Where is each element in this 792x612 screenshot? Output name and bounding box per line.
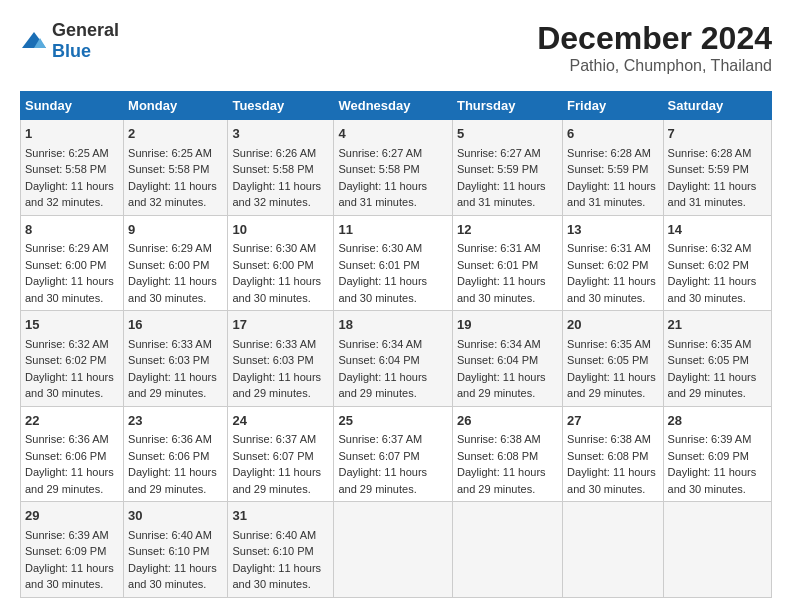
sunrise-label: Sunrise: 6:39 AM	[668, 433, 752, 445]
day-number: 6	[567, 124, 658, 144]
week-row-2: 8Sunrise: 6:29 AMSunset: 6:00 PMDaylight…	[21, 215, 772, 311]
calendar-cell: 12Sunrise: 6:31 AMSunset: 6:01 PMDayligh…	[452, 215, 562, 311]
calendar-cell: 23Sunrise: 6:36 AMSunset: 6:06 PMDayligh…	[124, 406, 228, 502]
sunset-label: Sunset: 6:01 PM	[457, 259, 538, 271]
week-row-1: 1Sunrise: 6:25 AMSunset: 5:58 PMDaylight…	[21, 120, 772, 216]
sunset-label: Sunset: 6:07 PM	[338, 450, 419, 462]
day-number: 27	[567, 411, 658, 431]
sunrise-label: Sunrise: 6:29 AM	[25, 242, 109, 254]
daylight-label: Daylight: 11 hours and 30 minutes.	[128, 275, 217, 304]
header-tuesday: Tuesday	[228, 92, 334, 120]
day-number: 24	[232, 411, 329, 431]
sunset-label: Sunset: 6:05 PM	[567, 354, 648, 366]
day-number: 18	[338, 315, 448, 335]
header-thursday: Thursday	[452, 92, 562, 120]
calendar-body: 1Sunrise: 6:25 AMSunset: 5:58 PMDaylight…	[21, 120, 772, 598]
calendar-cell: 24Sunrise: 6:37 AMSunset: 6:07 PMDayligh…	[228, 406, 334, 502]
day-number: 13	[567, 220, 658, 240]
day-number: 4	[338, 124, 448, 144]
sunset-label: Sunset: 6:03 PM	[128, 354, 209, 366]
sunset-label: Sunset: 6:02 PM	[567, 259, 648, 271]
header-sunday: Sunday	[21, 92, 124, 120]
header-saturday: Saturday	[663, 92, 771, 120]
day-number: 16	[128, 315, 223, 335]
daylight-label: Daylight: 11 hours and 29 minutes.	[128, 466, 217, 495]
sunrise-label: Sunrise: 6:28 AM	[567, 147, 651, 159]
sunrise-label: Sunrise: 6:27 AM	[338, 147, 422, 159]
sunset-label: Sunset: 6:07 PM	[232, 450, 313, 462]
header-row: SundayMondayTuesdayWednesdayThursdayFrid…	[21, 92, 772, 120]
calendar-cell: 19Sunrise: 6:34 AMSunset: 6:04 PMDayligh…	[452, 311, 562, 407]
daylight-label: Daylight: 11 hours and 31 minutes.	[567, 180, 656, 209]
day-number: 19	[457, 315, 558, 335]
sunrise-label: Sunrise: 6:34 AM	[338, 338, 422, 350]
calendar-cell: 14Sunrise: 6:32 AMSunset: 6:02 PMDayligh…	[663, 215, 771, 311]
sunset-label: Sunset: 6:05 PM	[668, 354, 749, 366]
daylight-label: Daylight: 11 hours and 30 minutes.	[457, 275, 546, 304]
sunrise-label: Sunrise: 6:25 AM	[128, 147, 212, 159]
calendar-cell: 13Sunrise: 6:31 AMSunset: 6:02 PMDayligh…	[563, 215, 663, 311]
sunset-label: Sunset: 5:58 PM	[232, 163, 313, 175]
day-number: 31	[232, 506, 329, 526]
sunset-label: Sunset: 6:04 PM	[457, 354, 538, 366]
daylight-label: Daylight: 11 hours and 29 minutes.	[457, 466, 546, 495]
daylight-label: Daylight: 11 hours and 32 minutes.	[128, 180, 217, 209]
sunset-label: Sunset: 6:08 PM	[567, 450, 648, 462]
sunset-label: Sunset: 6:00 PM	[25, 259, 106, 271]
sunrise-label: Sunrise: 6:36 AM	[25, 433, 109, 445]
daylight-label: Daylight: 11 hours and 29 minutes.	[338, 466, 427, 495]
calendar-cell: 27Sunrise: 6:38 AMSunset: 6:08 PMDayligh…	[563, 406, 663, 502]
sunrise-label: Sunrise: 6:27 AM	[457, 147, 541, 159]
sunset-label: Sunset: 5:59 PM	[668, 163, 749, 175]
daylight-label: Daylight: 11 hours and 31 minutes.	[338, 180, 427, 209]
daylight-label: Daylight: 11 hours and 29 minutes.	[128, 371, 217, 400]
main-title: December 2024	[537, 20, 772, 57]
header-monday: Monday	[124, 92, 228, 120]
sunset-label: Sunset: 5:59 PM	[457, 163, 538, 175]
day-number: 21	[668, 315, 767, 335]
daylight-label: Daylight: 11 hours and 30 minutes.	[668, 275, 757, 304]
sunrise-label: Sunrise: 6:40 AM	[128, 529, 212, 541]
day-number: 11	[338, 220, 448, 240]
calendar-header: SundayMondayTuesdayWednesdayThursdayFrid…	[21, 92, 772, 120]
calendar-cell: 10Sunrise: 6:30 AMSunset: 6:00 PMDayligh…	[228, 215, 334, 311]
day-number: 23	[128, 411, 223, 431]
calendar-cell: 4Sunrise: 6:27 AMSunset: 5:58 PMDaylight…	[334, 120, 453, 216]
day-number: 10	[232, 220, 329, 240]
calendar-cell: 21Sunrise: 6:35 AMSunset: 6:05 PMDayligh…	[663, 311, 771, 407]
calendar-cell: 25Sunrise: 6:37 AMSunset: 6:07 PMDayligh…	[334, 406, 453, 502]
calendar-cell: 18Sunrise: 6:34 AMSunset: 6:04 PMDayligh…	[334, 311, 453, 407]
calendar-cell: 22Sunrise: 6:36 AMSunset: 6:06 PMDayligh…	[21, 406, 124, 502]
sunrise-label: Sunrise: 6:38 AM	[567, 433, 651, 445]
logo-general: General	[52, 20, 119, 40]
day-number: 28	[668, 411, 767, 431]
header-wednesday: Wednesday	[334, 92, 453, 120]
sunrise-label: Sunrise: 6:34 AM	[457, 338, 541, 350]
sunrise-label: Sunrise: 6:35 AM	[567, 338, 651, 350]
day-number: 20	[567, 315, 658, 335]
day-number: 3	[232, 124, 329, 144]
sunrise-label: Sunrise: 6:32 AM	[25, 338, 109, 350]
day-number: 7	[668, 124, 767, 144]
sunset-label: Sunset: 6:10 PM	[128, 545, 209, 557]
calendar-table: SundayMondayTuesdayWednesdayThursdayFrid…	[20, 91, 772, 598]
day-number: 14	[668, 220, 767, 240]
sunrise-label: Sunrise: 6:37 AM	[232, 433, 316, 445]
day-number: 2	[128, 124, 223, 144]
calendar-cell: 11Sunrise: 6:30 AMSunset: 6:01 PMDayligh…	[334, 215, 453, 311]
calendar-cell: 7Sunrise: 6:28 AMSunset: 5:59 PMDaylight…	[663, 120, 771, 216]
sunrise-label: Sunrise: 6:25 AM	[25, 147, 109, 159]
day-number: 15	[25, 315, 119, 335]
sunset-label: Sunset: 6:10 PM	[232, 545, 313, 557]
day-number: 30	[128, 506, 223, 526]
day-number: 8	[25, 220, 119, 240]
sunset-label: Sunset: 5:59 PM	[567, 163, 648, 175]
day-number: 29	[25, 506, 119, 526]
day-number: 12	[457, 220, 558, 240]
logo: General Blue	[20, 20, 119, 62]
sunrise-label: Sunrise: 6:33 AM	[128, 338, 212, 350]
day-number: 26	[457, 411, 558, 431]
calendar-cell: 3Sunrise: 6:26 AMSunset: 5:58 PMDaylight…	[228, 120, 334, 216]
day-number: 5	[457, 124, 558, 144]
sunset-label: Sunset: 5:58 PM	[25, 163, 106, 175]
